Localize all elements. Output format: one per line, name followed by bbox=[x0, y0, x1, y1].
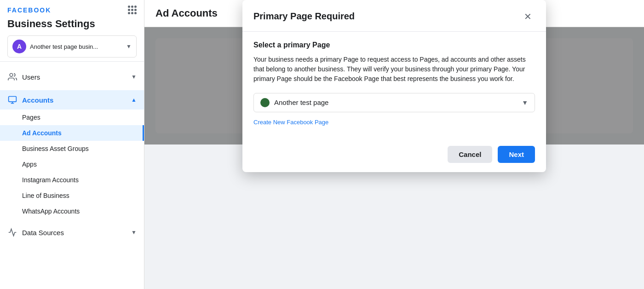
users-label: Users bbox=[22, 73, 126, 81]
modal-body: Select a primary Page Your business need… bbox=[242, 32, 546, 139]
sidebar-header: FACEBOOK Business Settings A Another tes… bbox=[0, 0, 144, 62]
sidebar-item-business-asset-groups[interactable]: Business Asset Groups bbox=[0, 141, 144, 156]
sidebar-item-pages[interactable]: Pages bbox=[0, 110, 144, 125]
ad-accounts-label: Ad Accounts bbox=[22, 129, 62, 137]
svg-rect-1 bbox=[9, 97, 17, 102]
data-sources-icon bbox=[7, 227, 17, 237]
modal-subtitle: Select a primary Page bbox=[253, 41, 535, 49]
sidebar-item-instagram-accounts[interactable]: Instagram Accounts bbox=[0, 172, 144, 188]
data-sources-label: Data Sources bbox=[22, 229, 126, 237]
main-body: You don't have any ad accounts yet. Ad a… bbox=[144, 27, 644, 144]
business-settings-title: Business Settings bbox=[7, 18, 137, 30]
accounts-sub-nav: Pages Ad Accounts Business Asset Groups … bbox=[0, 110, 144, 219]
sidebar-item-line-of-business[interactable]: Line of Business bbox=[0, 188, 144, 203]
sidebar-item-ad-accounts[interactable]: Ad Accounts bbox=[0, 125, 144, 141]
modal-description: Your business needs a primary Page to re… bbox=[253, 55, 535, 84]
apps-label: Apps bbox=[22, 161, 37, 168]
sidebar: FACEBOOK Business Settings A Another tes… bbox=[0, 0, 144, 289]
svg-point-0 bbox=[10, 74, 13, 77]
sidebar-nav: Users ▼ Accounts ▲ Pages bbox=[0, 62, 144, 289]
data-sources-chevron-icon: ▼ bbox=[131, 229, 137, 236]
users-icon bbox=[7, 72, 17, 82]
accounts-chevron-icon: ▲ bbox=[131, 97, 137, 103]
whatsapp-accounts-label: WhatsApp Accounts bbox=[22, 208, 80, 215]
pages-label: Pages bbox=[22, 114, 40, 121]
line-of-business-label: Line of Business bbox=[22, 192, 69, 199]
users-section: Users ▼ bbox=[0, 65, 144, 88]
selected-page-name: Another test page bbox=[274, 98, 522, 106]
modal-footer: Cancel Next bbox=[242, 139, 546, 172]
sidebar-item-apps[interactable]: Apps bbox=[0, 156, 144, 172]
business-selector[interactable]: A Another test page busin... ▼ bbox=[7, 35, 137, 58]
create-page-link[interactable]: Create New Facebook Page bbox=[253, 119, 328, 126]
cancel-button[interactable]: Cancel bbox=[448, 146, 492, 163]
sidebar-item-whatsapp-accounts[interactable]: WhatsApp Accounts bbox=[0, 203, 144, 219]
avatar: A bbox=[12, 40, 26, 53]
instagram-accounts-label: Instagram Accounts bbox=[22, 176, 79, 184]
modal-overlay: Primary Page Required ✕ Select a primary… bbox=[144, 27, 644, 144]
accounts-label: Accounts bbox=[22, 96, 126, 104]
sidebar-item-users[interactable]: Users ▼ bbox=[0, 67, 144, 87]
chevron-down-icon: ▼ bbox=[126, 43, 132, 50]
modal-header: Primary Page Required ✕ bbox=[242, 0, 546, 32]
apps-grid-icon[interactable] bbox=[128, 6, 137, 14]
data-sources-section: Data Sources ▼ bbox=[0, 221, 144, 244]
page-status-dot bbox=[260, 98, 270, 107]
selector-chevron-icon: ▼ bbox=[522, 99, 528, 106]
accounts-section: Accounts ▲ Pages Ad Accounts Business As… bbox=[0, 88, 144, 221]
modal-title: Primary Page Required bbox=[253, 11, 355, 22]
business-name: Another test page busin... bbox=[30, 43, 122, 50]
modal: Primary Page Required ✕ Select a primary… bbox=[242, 0, 546, 172]
next-button[interactable]: Next bbox=[498, 146, 535, 163]
accounts-icon bbox=[7, 95, 17, 105]
sidebar-item-data-sources[interactable]: Data Sources ▼ bbox=[0, 223, 144, 242]
main-content: Ad Accounts You don't have any ad accoun… bbox=[144, 0, 644, 289]
users-chevron-icon: ▼ bbox=[131, 74, 137, 80]
sidebar-item-accounts[interactable]: Accounts ▲ bbox=[0, 90, 144, 110]
page-selector[interactable]: Another test page ▼ bbox=[253, 93, 535, 112]
fb-logo-row: FACEBOOK bbox=[7, 6, 137, 14]
business-asset-groups-label: Business Asset Groups bbox=[22, 145, 89, 152]
fb-logo-text: FACEBOOK bbox=[7, 6, 51, 14]
close-button[interactable]: ✕ bbox=[520, 9, 535, 24]
